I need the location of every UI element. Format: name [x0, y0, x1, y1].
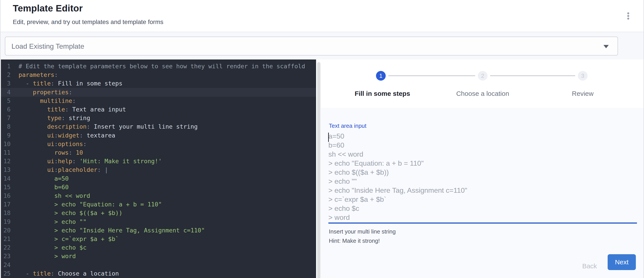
- field-description: Insert your multi line string: [329, 228, 396, 235]
- editor-line[interactable]: 17 > echo "Equation: a + b = 110": [1, 200, 316, 209]
- editor-line[interactable]: 22 > echo $c: [1, 243, 316, 252]
- editor-line[interactable]: 7 type: string: [1, 114, 316, 122]
- editor-line[interactable]: 12 ui:help: 'Hint: Make it strong!': [1, 157, 316, 166]
- editor-line[interactable]: 25 - title: Choose a location: [1, 269, 316, 278]
- stepper-connector: [388, 76, 475, 76]
- editor-line[interactable]: 2parameters:: [1, 70, 316, 79]
- textarea-focus-underline: [328, 223, 637, 224]
- multiline-textarea-input[interactable]: [328, 132, 638, 223]
- form-card: Text area input Insert your multi line s…: [321, 108, 644, 278]
- editor-line[interactable]: 23 > word: [1, 252, 316, 261]
- load-template-select[interactable]: Load Existing Template: [5, 36, 618, 55]
- page-header: Template Editor Edit, preview, and try o…: [0, 0, 644, 32]
- stepper-step-3-label: Review: [536, 90, 629, 97]
- template-select-section: Load Existing Template: [0, 32, 644, 59]
- editor-line[interactable]: 9 ui:widget: textarea: [1, 131, 316, 140]
- editor-line[interactable]: 13 ui:placeholder: |: [1, 165, 316, 174]
- editor-line[interactable]: 20 > echo "Inside Here Tag, Assignment c…: [1, 226, 316, 235]
- caret-down-icon[interactable]: [604, 45, 609, 48]
- stepper-connector: [490, 76, 575, 76]
- editor-line[interactable]: 24: [1, 261, 316, 270]
- textarea-field-label: Text area input: [329, 122, 366, 129]
- form-preview-panel: 1 2 3 Fill in some steps Choose a locati…: [321, 59, 644, 278]
- more-options-icon[interactable]: [623, 10, 634, 21]
- editor-line[interactable]: 11 rows: 10: [1, 148, 316, 157]
- field-help-text: Hint: Make it strong!: [329, 238, 380, 244]
- stepper-step-2-label: Choose a location: [436, 90, 529, 97]
- editor-line[interactable]: 1# Edit the template parameters below to…: [1, 62, 316, 71]
- stepper-step-1-circle[interactable]: 1: [376, 71, 386, 81]
- load-template-placeholder: Load Existing Template: [12, 42, 84, 50]
- next-button[interactable]: Next: [608, 254, 636, 270]
- editor-line[interactable]: 8 description: Insert your multi line st…: [1, 122, 316, 131]
- editor-line[interactable]: 15 b=60: [1, 183, 316, 192]
- stepper-step-3-circle[interactable]: 3: [578, 71, 588, 81]
- yaml-code-editor[interactable]: 1# Edit the template parameters below to…: [1, 59, 316, 278]
- editor-line[interactable]: 5 multiline:: [1, 96, 316, 105]
- text-cursor: [328, 133, 329, 142]
- editor-line[interactable]: 19 > echo "": [1, 217, 316, 226]
- editor-line[interactable]: 21 > c=`expr $a + $b`: [1, 235, 316, 244]
- template-editor-page: Template Editor Edit, preview, and try o…: [0, 0, 644, 278]
- editor-scrollbar[interactable]: [317, 62, 320, 278]
- page-subtitle: Edit, preview, and try out templates and…: [13, 18, 163, 25]
- editor-line[interactable]: 10 ui:options:: [1, 140, 316, 148]
- editor-line[interactable]: 4 properties:: [1, 88, 316, 97]
- editor-line[interactable]: 18 > echo $(($a + $b)): [1, 209, 316, 217]
- back-button[interactable]: Back: [576, 259, 604, 274]
- page-title: Template Editor: [13, 3, 83, 14]
- editor-line[interactable]: 16 sh << word: [1, 191, 316, 200]
- editor-line[interactable]: 3 - title: Fill in some steps: [1, 79, 316, 88]
- stepper-step-2-circle[interactable]: 2: [478, 71, 488, 81]
- editor-line[interactable]: 14 a=50: [1, 174, 316, 183]
- stepper-step-1-label: Fill in some steps: [336, 90, 429, 97]
- editor-line[interactable]: 6 title: Text area input: [1, 105, 316, 114]
